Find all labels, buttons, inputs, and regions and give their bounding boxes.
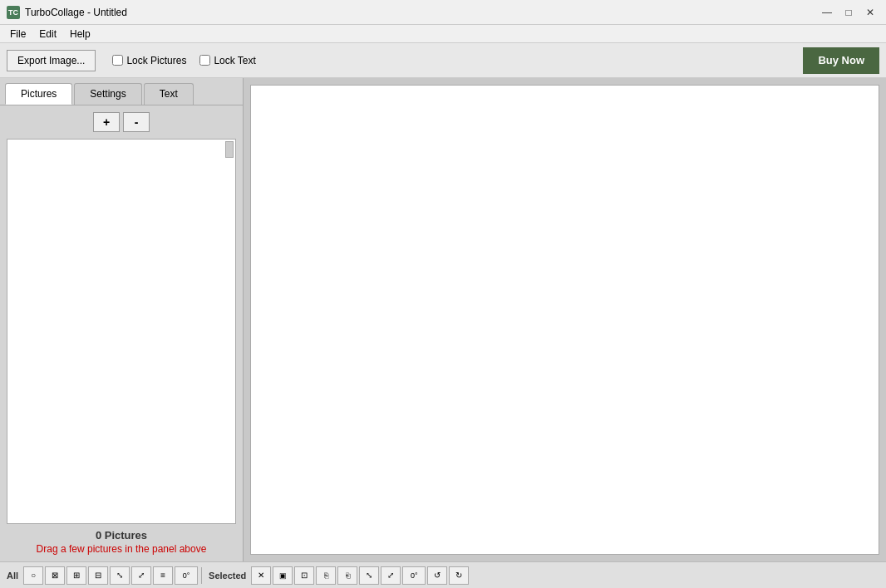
maximize-button[interactable]: □ (839, 3, 858, 22)
lasso-icon[interactable]: ⊠ (45, 566, 65, 585)
app-icon: TC (7, 6, 20, 19)
lock-text-checkbox[interactable] (199, 55, 210, 66)
sel-redo-icon[interactable]: ↻ (449, 566, 469, 585)
tabs: Pictures Settings Text (0, 78, 243, 105)
menu-file[interactable]: File (3, 27, 32, 42)
compress-icon[interactable]: ⤢ (131, 566, 151, 585)
add-picture-button[interactable]: + (93, 112, 120, 132)
menu-help[interactable]: Help (63, 27, 97, 42)
align-icon[interactable]: ≡ (153, 566, 173, 585)
sel-angle-icon[interactable]: 0° (402, 566, 426, 585)
sel-paste-icon[interactable]: ⎗ (337, 566, 357, 585)
buy-now-button[interactable]: Buy Now (803, 47, 879, 74)
add-remove-buttons: + - (7, 112, 236, 132)
lock-group: Lock Pictures Lock Text (112, 55, 793, 66)
tab-text[interactable]: Text (144, 83, 194, 105)
panel-content: + - 0 Pictures Drag a few pictures in th… (0, 105, 243, 561)
sel-image-icon[interactable]: ▣ (273, 566, 293, 585)
selected-label: Selected (205, 571, 249, 581)
tab-pictures[interactable]: Pictures (5, 83, 72, 105)
bottom-toolbar: All ○ ⊠ ⊞ ⊟ ⤡ ⤢ ≡ 0° Selected ✕ ▣ ⊡ ⎘ ⎗ … (0, 561, 886, 588)
remove-picture-button[interactable]: - (123, 112, 150, 132)
sel-delete-icon[interactable]: ✕ (251, 566, 271, 585)
lock-text-label[interactable]: Lock Text (199, 55, 255, 66)
tab-settings[interactable]: Settings (74, 83, 141, 105)
window-controls: — □ ✕ (818, 3, 879, 22)
toolbar: Export Image... Lock Pictures Lock Text … (0, 43, 886, 78)
title-text: TurboCollage - Untitled (25, 7, 818, 18)
canvas[interactable] (250, 85, 879, 555)
circle-icon[interactable]: ○ (23, 566, 43, 585)
grid-icon[interactable]: ⊞ (66, 566, 86, 585)
menu-edit[interactable]: Edit (32, 27, 63, 42)
main-content: Pictures Settings Text + - 0 Pictures Dr… (0, 78, 886, 561)
canvas-area (244, 78, 886, 561)
lock-pictures-label[interactable]: Lock Pictures (112, 55, 186, 66)
pictures-list[interactable] (7, 139, 236, 524)
close-button[interactable]: ✕ (861, 3, 879, 22)
pictures-count: 0 Pictures (7, 529, 236, 541)
lock-pictures-checkbox[interactable] (112, 55, 123, 66)
sel-copy-icon[interactable]: ⎘ (316, 566, 336, 585)
menu-bar: File Edit Help (0, 25, 886, 43)
left-panel: Pictures Settings Text + - 0 Pictures Dr… (0, 78, 244, 561)
drag-hint: Drag a few pictures in the panel above (7, 543, 236, 555)
export-image-button[interactable]: Export Image... (7, 50, 96, 71)
scroll-indicator (225, 141, 234, 158)
expand-icon[interactable]: ⤡ (110, 566, 130, 585)
minimize-button[interactable]: — (818, 3, 836, 22)
all-label: All (3, 571, 22, 581)
sel-undo-icon[interactable]: ↺ (427, 566, 447, 585)
sel-expand-icon[interactable]: ⤡ (359, 566, 379, 585)
sel-crop-icon[interactable]: ⊡ (294, 566, 314, 585)
separator-1 (201, 567, 202, 584)
sel-compress-icon[interactable]: ⤢ (381, 566, 401, 585)
rotate-zero-icon[interactable]: 0° (175, 566, 198, 585)
grid2-icon[interactable]: ⊟ (88, 566, 108, 585)
title-bar: TC TurboCollage - Untitled — □ ✕ (0, 0, 886, 25)
